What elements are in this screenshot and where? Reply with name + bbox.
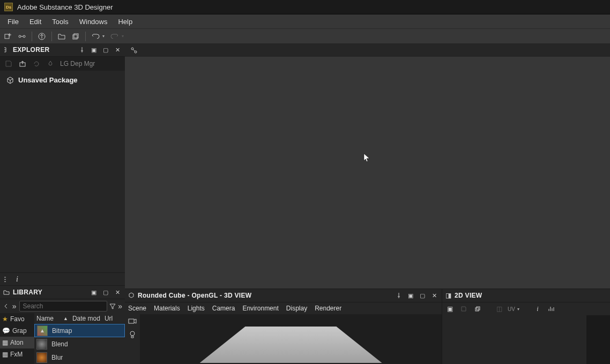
info-icon[interactable]: i	[16, 275, 18, 284]
folder-icon	[3, 289, 10, 295]
tiles-icon: ▦	[2, 351, 8, 358]
svg-rect-4	[73, 35, 77, 39]
view3d-maximize-icon[interactable]: ▢	[418, 291, 427, 300]
save-all-icon[interactable]	[70, 31, 81, 42]
view3d-menu-materials[interactable]: Materials	[154, 305, 180, 312]
view2d-display-icon[interactable]: ▣	[444, 304, 455, 314]
sort-icon: ▲	[63, 316, 68, 321]
maximize-icon[interactable]: ▢	[101, 46, 110, 54]
library-categories: ★Favo 💬Grap ▦Aton ▦FxM	[0, 313, 34, 364]
menu-help[interactable]: Help	[113, 16, 138, 28]
star-icon: ★	[2, 315, 8, 323]
droplet-icon[interactable]	[44, 58, 57, 70]
view2d-viewport[interactable]	[442, 315, 610, 364]
cursor-icon	[363, 153, 370, 163]
view3d-menu-lights[interactable]: Lights	[188, 305, 205, 312]
explorer-title: EXPLORER	[13, 46, 75, 54]
view3d-panel: Rounded Cube - OpenGL - 3D VIEW ▣ ▢ ✕ Sc…	[125, 289, 442, 364]
speech-icon: 💬	[2, 327, 10, 335]
menu-tools[interactable]: Tools	[47, 16, 73, 28]
menu-windows[interactable]: Windows	[74, 16, 113, 28]
lib-cat-graphs[interactable]: 💬Grap	[0, 325, 34, 337]
bulb-icon[interactable]	[129, 330, 136, 339]
lib-expand-icon[interactable]: »	[118, 300, 123, 312]
redo-dropdown-icon[interactable]: ▾	[122, 34, 126, 39]
search-input[interactable]	[19, 301, 107, 312]
svg-point-1	[19, 35, 21, 37]
view3d-viewport[interactable]	[140, 314, 442, 364]
view2d-copy-icon[interactable]	[472, 304, 483, 314]
view2d-title: 2D VIEW	[455, 292, 607, 299]
save-icon[interactable]	[2, 58, 15, 70]
view2d-split-icon[interactable]: ◫	[494, 304, 504, 314]
view3d-menu-display[interactable]: Display	[286, 305, 307, 312]
lib-cat-fxmap[interactable]: ▦FxM	[0, 348, 34, 360]
app-title: Adobe Substance 3D Designer	[17, 3, 113, 11]
lib-back-icon[interactable]	[2, 300, 10, 312]
close-icon[interactable]: ✕	[113, 46, 122, 54]
explorer-toolbar: LG Dep Mgr	[0, 57, 125, 71]
view3d-sidebar	[125, 314, 140, 364]
lib-cat-favorites[interactable]: ★Favo	[0, 313, 34, 325]
view3d-pin-icon[interactable]	[395, 291, 403, 300]
library-columns[interactable]: Name▲ Date mod Url	[34, 313, 125, 324]
thumb-icon: ▲	[37, 325, 48, 336]
view3d-menu-renderer[interactable]: Renderer	[315, 305, 341, 312]
graph-node-icon[interactable]	[128, 44, 140, 56]
uv-label[interactable]: UV	[508, 306, 515, 312]
graph-toolbar	[125, 43, 610, 57]
library-item-blend[interactable]: Blend	[34, 337, 125, 351]
cube-icon	[128, 292, 135, 299]
svg-rect-5	[74, 34, 78, 38]
rendered-cube	[200, 327, 382, 364]
refresh-icon[interactable]	[30, 58, 43, 70]
export-icon[interactable]	[16, 58, 29, 70]
2d-icon: ◨	[445, 292, 451, 299]
new-substance-icon[interactable]	[2, 31, 14, 42]
library-header: LIBRARY ▣ ▢ ✕	[0, 286, 125, 299]
view3d-viewmode-icon[interactable]: ▣	[406, 291, 415, 300]
redo-icon[interactable]	[109, 31, 121, 42]
undo-icon[interactable]	[90, 31, 101, 42]
uv-dropdown-icon[interactable]: ▾	[517, 307, 522, 312]
collapse-icon[interactable]	[3, 276, 10, 283]
svg-rect-11	[475, 308, 479, 311]
view3d-close-icon[interactable]: ✕	[430, 291, 438, 300]
package-icon	[6, 77, 14, 84]
tree-item-label: Unsaved Package	[18, 76, 78, 84]
menu-edit[interactable]: Edit	[24, 16, 47, 28]
grid-icon: ▦	[2, 339, 8, 346]
view2d-save-icon[interactable]	[458, 304, 469, 314]
view3d-menu-scene[interactable]: Scene	[128, 305, 146, 312]
publish-icon[interactable]	[36, 31, 48, 42]
explorer-header: EXPLORER ▣ ▢ ✕	[0, 43, 125, 57]
menu-file[interactable]: File	[2, 16, 24, 28]
lib-viewmode-icon[interactable]: ▣	[90, 288, 98, 297]
view3d-menu-camera[interactable]: Camera	[212, 305, 235, 312]
lib-maximize-icon[interactable]: ▢	[101, 288, 110, 297]
view2d-info-icon[interactable]: i	[532, 304, 543, 314]
view2d-toolbar: ▣ ◫ UV ▾ i	[442, 302, 610, 315]
undo-dropdown-icon[interactable]: ▾	[102, 34, 107, 39]
open-icon[interactable]	[56, 31, 68, 42]
pin-icon[interactable]	[78, 46, 86, 54]
library-toolbar: » »	[0, 299, 125, 313]
viewmode-icon[interactable]: ▣	[90, 46, 98, 54]
tree-item-package[interactable]: Unsaved Package	[0, 74, 125, 86]
view3d-menu-environment[interactable]: Environment	[242, 305, 278, 312]
view3d-header: Rounded Cube - OpenGL - 3D VIEW ▣ ▢ ✕	[125, 289, 442, 302]
new-graph-icon[interactable]	[16, 31, 28, 42]
view2d-header: ◨ 2D VIEW	[442, 289, 610, 302]
thumb-icon	[36, 339, 47, 350]
library-item-blur[interactable]: Blur	[34, 351, 125, 364]
lib-cat-atomic[interactable]: ▦Aton	[0, 337, 34, 348]
dep-mgr-label[interactable]: LG Dep Mgr	[58, 60, 95, 67]
lib-close-icon[interactable]: ✕	[113, 288, 122, 297]
graph-canvas[interactable]	[125, 57, 610, 289]
camera-icon[interactable]	[128, 317, 137, 325]
lib-more-icon[interactable]: »	[12, 300, 17, 312]
explorer-tree: Unsaved Package	[0, 71, 125, 272]
filter-icon[interactable]	[109, 300, 116, 312]
view2d-histogram-icon[interactable]	[546, 304, 557, 314]
library-item-bitmap[interactable]: ▲ Bitmap	[34, 324, 125, 337]
